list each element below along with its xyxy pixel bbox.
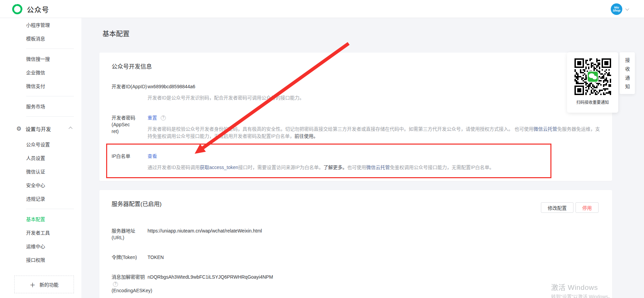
row-label-text: 令牌(Token) — [112, 254, 148, 261]
modify-config-button[interactable]: 修改配置 — [541, 202, 573, 213]
plus-icon: ＋ — [30, 280, 36, 289]
row-label-text: 开发者ID(AppID) — [112, 83, 148, 90]
row-action-link[interactable]: 查看 — [148, 153, 157, 160]
config-row: 服务器地址(URL)https://uniapp.niuteam.cn/wap/… — [112, 227, 600, 241]
ip-whitelist-row: IP白名单查看通过开发者ID及密码调用获取access_token接口时，需要设… — [112, 153, 600, 171]
config-row: 消息加解密密钥?(EncodingAESKey)nDQRbgsAh3WtedL9… — [112, 274, 600, 294]
wechat-logo-icon — [587, 71, 599, 82]
disable-button[interactable]: 停用 — [575, 202, 599, 213]
row-label-text: 服务器地址(URL) — [112, 227, 148, 241]
sidebar-item-运维中心[interactable]: 运维中心 — [0, 239, 81, 253]
sidebar-item-企业微信[interactable]: 企业微信 — [0, 66, 81, 79]
row-description: 开发者密码是校验公众号开发者身份的密码，具有极高的安全性。切记勿把密码直接交给第… — [148, 126, 600, 140]
inline-link[interactable]: 获取access_token — [200, 165, 238, 170]
row-value: TOKEN — [148, 254, 600, 261]
inline-emphasis-link[interactable]: 了解更多。 — [324, 165, 347, 170]
sidebar-item-微信搜一搜[interactable]: 微信搜一搜 — [0, 52, 81, 66]
row-value: https://uniapp.niuteam.cn/wap/wchat/rela… — [148, 227, 600, 234]
top-header-bar: 公众号 Niu Shop — [0, 0, 644, 18]
description-text: 也可使用 — [347, 165, 366, 170]
account-menu[interactable]: Niu Shop — [611, 3, 629, 15]
row-description: 开发者ID是公众号开发识别码，配合开发者密码可调用公众号的接口能力。 — [148, 94, 600, 101]
dev-info-card: 公众号开发信息 开发者ID(AppID)wx6899bcd8598844a6开发… — [99, 53, 612, 181]
sidebar-item-基本配置[interactable]: 基本配置 — [0, 212, 81, 226]
sidebar-item-微信认证[interactable]: 微信认证 — [0, 165, 81, 178]
sidebar: 小程序管理模板消息微信搜一搜企业微信微信支付服务市场⚙设置与开发公众号设置人员设… — [0, 18, 81, 298]
sidebar-section-settings-dev[interactable]: ⚙设置与开发 — [0, 120, 81, 137]
row-label-text: (EncodingAESKey) — [112, 287, 148, 294]
row-label: 服务器地址(URL) — [112, 227, 148, 241]
description-text: 接口时，需要设置访问来源IP为白名单。 — [238, 165, 324, 170]
qr-code — [574, 58, 612, 96]
gear-icon: ⚙ — [16, 125, 21, 132]
row-label: 令牌(Token) — [112, 254, 148, 261]
server-config-rows: 服务器地址(URL)https://uniapp.niuteam.cn/wap/… — [112, 227, 600, 298]
chevron-down-icon[interactable] — [625, 7, 629, 11]
help-icon[interactable]: ? — [161, 115, 166, 120]
row-action-link[interactable]: 重置 — [148, 114, 157, 121]
row-value: 查看 — [148, 153, 600, 160]
description-text: 开发者ID是公众号开发识别码，配合开发者密码可调用公众号的接口能力。 — [148, 95, 304, 100]
sidebar-item-小程序管理[interactable]: 小程序管理 — [0, 18, 81, 32]
row-label-text: ret) — [112, 128, 148, 135]
sidebar-item-微信支付[interactable]: 微信支付 — [0, 79, 81, 93]
inline-emphasis-link[interactable]: 前往使用。 — [294, 133, 318, 139]
dev-info-title: 公众号开发信息 — [112, 63, 600, 71]
description-text: 通过开发者ID及密码调用 — [148, 165, 200, 170]
row-value-text: https://uniapp.niuteam.cn/wap/wchat/rela… — [148, 227, 262, 234]
sidebar-divider — [26, 49, 74, 49]
sidebar-menu: 小程序管理模板消息微信搜一搜企业微信微信支付服务市场⚙设置与开发公众号设置人员设… — [0, 18, 81, 266]
wechat-mp-logo[interactable]: 公众号 — [12, 3, 49, 15]
row-content: TOKEN — [148, 254, 600, 261]
new-feature-button[interactable]: ＋ 新的功能 — [14, 276, 74, 293]
row-label: 开发者密码(AppSecret) — [112, 114, 148, 140]
row-label-text: 开发者密码(AppSec — [112, 114, 148, 128]
inline-link[interactable]: 微信云托管 — [366, 165, 390, 170]
dev-info-rows: 开发者ID(AppID)wx6899bcd8598844a6开发者ID是公众号开… — [112, 83, 600, 171]
avatar-text: Shop — [613, 9, 621, 12]
page-title: 基本配置 — [102, 29, 130, 38]
row-description: 通过开发者ID及密码调用获取access_token接口时，需要设置访问来源IP… — [148, 164, 600, 171]
row-value-text: TOKEN — [148, 254, 164, 261]
new-feature-label: 新的功能 — [40, 281, 59, 288]
sidebar-item-开发者工具[interactable]: 开发者工具 — [0, 226, 81, 239]
row-content: wx6899bcd8598844a6开发者ID是公众号开发识别码，配合开发者密码… — [148, 83, 600, 101]
row-label: IP白名单 — [112, 153, 148, 171]
sidebar-item-安全中心[interactable]: 安全中心 — [0, 178, 81, 192]
sidebar-item-人员设置[interactable]: 人员设置 — [0, 151, 81, 165]
sidebar-divider — [26, 116, 74, 117]
row-value-text: wx6899bcd8598844a6 — [148, 83, 195, 90]
sidebar-item-服务市场[interactable]: 服务市场 — [0, 99, 81, 113]
description-text: 免鉴权调用公众号接口能力，无需配置IP白名单。 — [390, 165, 494, 170]
sidebar-item-公众号设置[interactable]: 公众号设置 — [0, 137, 81, 151]
row-value: wx6899bcd8598844a6 — [148, 83, 600, 90]
qr-notification-panel: 扫码接收重要通知 — [567, 52, 618, 113]
app-title: 公众号 — [27, 4, 49, 14]
config-row: 开发者ID(AppID)wx6899bcd8598844a6开发者ID是公众号开… — [112, 83, 600, 101]
receive-notifications-tab[interactable]: 接收通知 — [620, 52, 635, 94]
inline-link[interactable]: 微信云托管 — [533, 126, 557, 132]
server-config-title: 服务器配置(已启用) — [112, 200, 600, 208]
server-config-buttons: 修改配置停用 — [541, 202, 599, 213]
row-label-text: 消息加解密密钥 — [112, 274, 145, 280]
row-content: 查看通过开发者ID及密码调用获取access_token接口时，需要设置访问来源… — [148, 153, 600, 171]
sidebar-item-接口权限[interactable]: 接口权限 — [0, 253, 81, 266]
qr-caption: 扫码接收重要通知 — [567, 99, 618, 105]
description-text: 开发者密码是校验公众号开发者身份的密码，具有极高的安全性。切记勿把密码直接交给第… — [148, 126, 533, 132]
sidebar-item-模板消息[interactable]: 模板消息 — [0, 32, 81, 45]
row-label-text: IP白名单 — [112, 153, 148, 160]
config-row: 令牌(Token)TOKEN — [112, 254, 600, 261]
avatar[interactable]: Niu Shop — [611, 3, 622, 15]
sidebar-divider — [26, 96, 74, 96]
chevron-up-icon[interactable] — [69, 127, 72, 130]
wechat-mp-swirl-icon — [12, 3, 23, 15]
row-content: nDQRbgsAh3WtedL9wbFC1iLSYJQ6PRWHRqGoayi4… — [148, 274, 600, 294]
row-content: 重置?开发者密码是校验公众号开发者身份的密码，具有极高的安全性。切记勿把密码直接… — [148, 114, 600, 140]
sidebar-item-违规记录[interactable]: 违规记录 — [0, 192, 81, 205]
row-label: 消息加解密密钥?(EncodingAESKey) — [112, 274, 148, 294]
config-row: 开发者密码(AppSecret)重置?开发者密码是校验公众号开发者身份的密码，具… — [112, 114, 600, 140]
help-icon[interactable]: ? — [113, 282, 118, 287]
row-label: 开发者ID(AppID) — [112, 83, 148, 101]
row-value-text: nDQRbgsAh3WtedL9wbFC1iLSYJQ6PRWHRqGoayi4… — [148, 274, 273, 280]
row-content: https://uniapp.niuteam.cn/wap/wchat/rela… — [148, 227, 600, 241]
